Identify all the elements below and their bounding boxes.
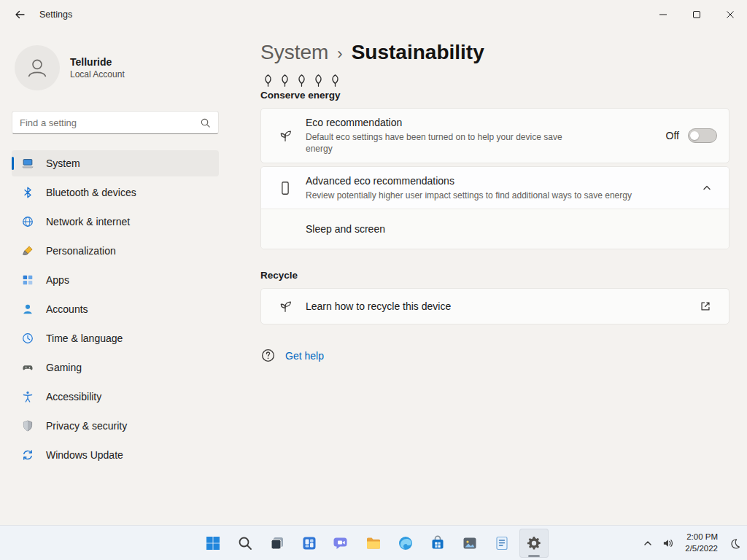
person-icon bbox=[23, 53, 52, 82]
minimize-button[interactable] bbox=[646, 0, 680, 29]
toggle-knob bbox=[690, 131, 699, 140]
globe-icon bbox=[21, 215, 34, 228]
leaf-icon bbox=[294, 73, 309, 88]
eco-toggle[interactable] bbox=[688, 128, 717, 143]
settings-window: Settings Telluride Local Account bbox=[0, 0, 747, 560]
taskbar-search-button[interactable] bbox=[231, 529, 260, 558]
photos-icon bbox=[461, 534, 479, 552]
search-magnifier-icon bbox=[236, 534, 254, 552]
update-arrows-icon bbox=[21, 448, 34, 462]
breadcrumb: System › Sustainability bbox=[260, 41, 729, 64]
sleep-and-screen-label: Sleep and screen bbox=[306, 223, 385, 235]
bluetooth-icon bbox=[21, 186, 34, 199]
tray-date: 2/5/2022 bbox=[685, 543, 718, 555]
sidebar-nav: System Bluetooth & devices Network & int… bbox=[12, 150, 219, 468]
recycle-card-title: Learn how to recycle this device bbox=[306, 300, 451, 312]
moon-icon bbox=[729, 537, 741, 550]
taskbar-icons bbox=[198, 526, 549, 560]
recycle-sprout-icon bbox=[277, 298, 293, 314]
sustainability-page: System › Sustainability Conserve energy … bbox=[233, 29, 747, 525]
eco-recommendation-title: Eco recommendation bbox=[306, 117, 574, 128]
sidebar-item-privacy-security[interactable]: Privacy & security bbox=[12, 413, 219, 439]
sleep-and-screen-row[interactable]: Sleep and screen bbox=[261, 209, 729, 249]
widgets-icon bbox=[301, 534, 318, 552]
eco-recommendation-card: Eco recommendation Default eco settings … bbox=[260, 108, 729, 163]
sidebar-item-label: Bluetooth & devices bbox=[46, 187, 136, 198]
accounts-person-icon bbox=[21, 303, 34, 316]
sidebar-item-label: System bbox=[46, 158, 80, 169]
taskbar: 2:00 PM 2/5/2022 bbox=[0, 525, 747, 560]
conserve-energy-label: Conserve energy bbox=[260, 90, 729, 101]
leaf-icon bbox=[328, 73, 343, 88]
back-button[interactable] bbox=[7, 4, 32, 26]
sidebar-item-apps[interactable]: Apps bbox=[12, 267, 219, 293]
edge-button[interactable] bbox=[391, 529, 420, 558]
widgets-button[interactable] bbox=[295, 529, 324, 558]
tray-chevron-button[interactable] bbox=[638, 529, 657, 558]
sidebar-item-label: Apps bbox=[46, 274, 69, 286]
notepad-button[interactable] bbox=[487, 529, 516, 558]
close-icon bbox=[727, 11, 734, 18]
sidebar-item-accessibility[interactable]: Accessibility bbox=[12, 384, 219, 410]
advanced-eco-card: Advanced eco recommendations Review pote… bbox=[260, 166, 729, 249]
collapse-button[interactable] bbox=[695, 176, 719, 200]
search-input[interactable] bbox=[20, 117, 200, 128]
sidebar-item-bluetooth-devices[interactable]: Bluetooth & devices bbox=[12, 179, 219, 206]
windows-logo-icon bbox=[204, 534, 222, 552]
sidebar-item-network-internet[interactable]: Network & internet bbox=[12, 209, 219, 235]
avatar bbox=[15, 45, 60, 90]
store-bag-icon bbox=[429, 534, 446, 552]
sidebar-item-system[interactable]: System bbox=[12, 150, 219, 176]
accessibility-person-icon bbox=[21, 390, 34, 403]
sidebar-item-label: Windows Update bbox=[46, 449, 123, 461]
photos-button[interactable] bbox=[455, 529, 484, 558]
breadcrumb-system[interactable]: System bbox=[260, 41, 328, 64]
folder-icon bbox=[365, 534, 382, 552]
help-icon bbox=[260, 348, 276, 363]
user-name: Telluride bbox=[70, 56, 125, 68]
leaf-icon bbox=[311, 73, 326, 88]
open-link-button[interactable] bbox=[694, 295, 717, 318]
edge-icon bbox=[397, 534, 414, 552]
paintbrush-icon bbox=[21, 244, 34, 257]
external-link-icon bbox=[699, 300, 712, 313]
sidebar-item-windows-update[interactable]: Windows Update bbox=[12, 442, 219, 468]
advanced-eco-header[interactable]: Advanced eco recommendations Review pote… bbox=[261, 167, 729, 209]
get-help[interactable]: Get help bbox=[260, 348, 729, 363]
settings-gear-icon bbox=[525, 534, 543, 552]
store-button[interactable] bbox=[423, 529, 452, 558]
recycle-card[interactable]: Learn how to recycle this device bbox=[260, 288, 729, 324]
system-icon bbox=[21, 157, 34, 170]
search-box[interactable] bbox=[12, 111, 219, 134]
notepad-icon bbox=[493, 534, 511, 552]
sidebar-item-label: Network & internet bbox=[46, 216, 130, 228]
sidebar-item-time-language[interactable]: Time & language bbox=[12, 325, 219, 351]
chat-button[interactable] bbox=[327, 529, 356, 558]
sidebar-item-personalization[interactable]: Personalization bbox=[12, 238, 219, 264]
volume-button[interactable] bbox=[659, 529, 678, 558]
speaker-icon bbox=[662, 537, 675, 550]
close-button[interactable] bbox=[713, 0, 747, 29]
maximize-button[interactable] bbox=[680, 0, 713, 29]
device-icon bbox=[277, 180, 293, 196]
file-explorer-button[interactable] bbox=[359, 529, 388, 558]
get-help-link[interactable]: Get help bbox=[285, 350, 324, 362]
sidebar-item-label: Privacy & security bbox=[46, 420, 127, 432]
minimize-icon bbox=[659, 11, 667, 18]
sidebar-item-gaming[interactable]: Gaming bbox=[12, 354, 219, 381]
task-view-button[interactable] bbox=[263, 529, 292, 558]
breadcrumb-separator: › bbox=[337, 44, 342, 63]
leaf-icon bbox=[260, 73, 276, 88]
chat-icon bbox=[333, 534, 350, 552]
window-controls bbox=[646, 0, 747, 29]
search-icon bbox=[200, 117, 211, 128]
sidebar-item-label: Accounts bbox=[46, 303, 88, 315]
apps-grid-icon bbox=[21, 273, 34, 287]
user-profile[interactable]: Telluride Local Account bbox=[12, 42, 219, 93]
sidebar-item-accounts[interactable]: Accounts bbox=[12, 296, 219, 322]
start-button[interactable] bbox=[198, 529, 228, 558]
notification-button[interactable] bbox=[725, 529, 744, 558]
clock[interactable]: 2:00 PM 2/5/2022 bbox=[679, 529, 724, 558]
eco-score-leaves bbox=[260, 73, 729, 88]
settings-button[interactable] bbox=[519, 529, 549, 558]
